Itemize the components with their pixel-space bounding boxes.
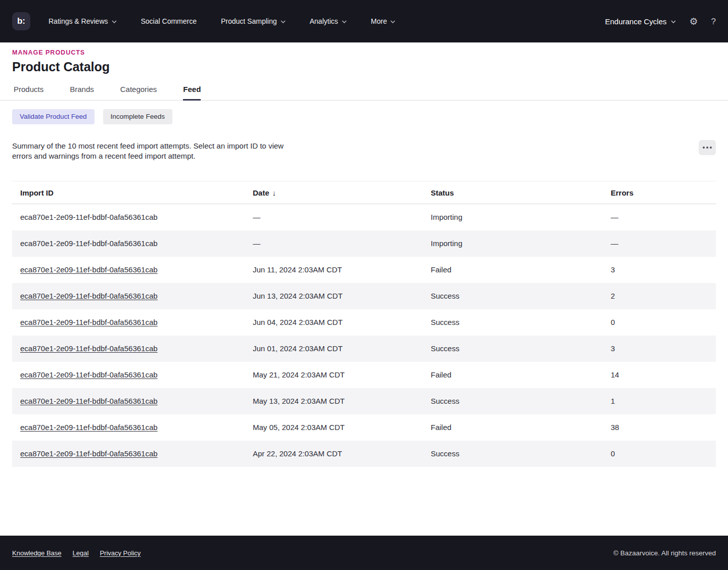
import-id-cell: eca870e1-2e09-11ef-bdbf-0afa56361cab — [12, 336, 245, 362]
page-footer: Knowledge Base Legal Privacy Policy © Ba… — [0, 536, 728, 570]
table-row: eca870e1-2e09-11ef-bdbf-0afa56361cab Jun… — [12, 257, 716, 283]
tab-categories[interactable]: Categories — [120, 85, 157, 100]
status-cell: Success — [423, 283, 603, 309]
import-id-link[interactable]: eca870e1-2e09-11ef-bdbf-0afa56361cab — [20, 397, 158, 405]
table-row: eca870e1-2e09-11ef-bdbf-0afa56361cab May… — [12, 362, 716, 388]
tab-brands[interactable]: Brands — [70, 85, 94, 100]
account-name: Endurance Cycles — [605, 17, 667, 26]
table-row: eca870e1-2e09-11ef-bdbf-0afa56361cab Jun… — [12, 283, 716, 309]
feed-imports-table: Import ID Date↓ Status Errors eca870e1-2… — [12, 181, 716, 467]
status-cell: Failed — [423, 257, 603, 283]
ellipsis-icon — [703, 147, 712, 149]
date-cell: Jun 01, 2024 2:03AM CDT — [245, 336, 423, 362]
column-header-status: Status — [423, 181, 603, 204]
column-header-date[interactable]: Date↓ — [245, 181, 423, 204]
import-id-link[interactable]: eca870e1-2e09-11ef-bdbf-0afa56361cab — [20, 449, 158, 458]
import-id-cell: eca870e1-2e09-11ef-bdbf-0afa56361cab — [12, 441, 245, 467]
tab-bar: Products Brands Categories Feed — [0, 85, 728, 101]
status-cell: Success — [423, 441, 603, 467]
table-row: eca870e1-2e09-11ef-bdbf-0afa56361cab May… — [12, 414, 716, 441]
import-id-link[interactable]: eca870e1-2e09-11ef-bdbf-0afa56361cab — [20, 344, 158, 353]
date-cell: Apr 22, 2024 2:03AM CDT — [245, 441, 423, 467]
import-id-cell: eca870e1-2e09-11ef-bdbf-0afa56361cab — [12, 414, 245, 441]
nav-item-ratings-reviews[interactable]: Ratings & Reviews — [49, 17, 117, 25]
import-id-cell: eca870e1-2e09-11ef-bdbf-0afa56361cab — [12, 204, 245, 230]
page-header: MANAGE PRODUCTS Product Catalog — [0, 42, 728, 74]
main-content: MANAGE PRODUCTS Product Catalog Products… — [0, 42, 728, 536]
errors-cell: — — [603, 230, 716, 257]
copyright-text: © Bazaarvoice. All rights reserved — [613, 549, 716, 557]
status-cell: Success — [423, 309, 603, 336]
status-cell: Importing — [423, 204, 603, 230]
errors-cell: 0 — [603, 309, 716, 336]
nav-right: Endurance Cycles ⚙ ? — [605, 17, 716, 26]
import-id-cell: eca870e1-2e09-11ef-bdbf-0afa56361cab — [12, 230, 245, 257]
tab-feed[interactable]: Feed — [183, 85, 201, 100]
chevron-down-icon — [342, 20, 347, 23]
status-cell: Importing — [423, 230, 603, 257]
more-actions-button[interactable] — [699, 140, 716, 155]
top-nav: b: Ratings & Reviews Social Commerce Pro… — [0, 0, 728, 42]
table-row: eca870e1-2e09-11ef-bdbf-0afa56361cab Jun… — [12, 309, 716, 336]
import-id-cell: eca870e1-2e09-11ef-bdbf-0afa56361cab — [12, 309, 245, 336]
help-icon[interactable]: ? — [711, 17, 716, 26]
table-row: eca870e1-2e09-11ef-bdbf-0afa56361cab May… — [12, 388, 716, 414]
import-id-cell: eca870e1-2e09-11ef-bdbf-0afa56361cab — [12, 388, 245, 414]
import-id-link[interactable]: eca870e1-2e09-11ef-bdbf-0afa56361cab — [20, 318, 158, 326]
errors-cell: 14 — [603, 362, 716, 388]
date-cell: Jun 13, 2024 2:03AM CDT — [245, 283, 423, 309]
status-cell: Success — [423, 336, 603, 362]
feed-action-buttons: Validate Product Feed Incomplete Feeds — [12, 109, 716, 124]
errors-cell: 2 — [603, 283, 716, 309]
validate-product-feed-button[interactable]: Validate Product Feed — [12, 109, 95, 124]
date-cell: May 13, 2024 2:03AM CDT — [245, 388, 423, 414]
import-id-link[interactable]: eca870e1-2e09-11ef-bdbf-0afa56361cab — [20, 265, 158, 274]
status-cell: Success — [423, 388, 603, 414]
nav-item-product-sampling[interactable]: Product Sampling — [221, 17, 286, 25]
incomplete-feeds-button[interactable]: Incomplete Feeds — [103, 109, 172, 124]
nav-item-analytics[interactable]: Analytics — [310, 17, 347, 25]
settings-gear-icon[interactable]: ⚙ — [689, 17, 698, 26]
import-id-link[interactable]: eca870e1-2e09-11ef-bdbf-0afa56361cab — [20, 370, 158, 379]
account-switcher[interactable]: Endurance Cycles — [605, 17, 676, 26]
date-cell: Jun 04, 2024 2:03AM CDT — [245, 309, 423, 336]
date-cell: May 21, 2024 2:03AM CDT — [245, 362, 423, 388]
import-id-link[interactable]: eca870e1-2e09-11ef-bdbf-0afa56361cab — [20, 423, 158, 432]
page-title: Product Catalog — [12, 60, 716, 74]
column-header-import-id: Import ID — [12, 181, 245, 204]
import-id-cell: eca870e1-2e09-11ef-bdbf-0afa56361cab — [12, 283, 245, 309]
chevron-down-icon — [671, 20, 676, 23]
column-header-errors: Errors — [603, 181, 716, 204]
errors-cell: 38 — [603, 414, 716, 441]
footer-link-legal[interactable]: Legal — [73, 549, 89, 557]
chevron-down-icon — [281, 20, 286, 23]
table-header-row: Import ID Date↓ Status Errors — [12, 181, 716, 204]
errors-cell: — — [603, 204, 716, 230]
feed-tab-content: Validate Product Feed Incomplete Feeds S… — [0, 109, 728, 467]
tab-products[interactable]: Products — [14, 85, 43, 100]
status-cell: Failed — [423, 362, 603, 388]
logo-text: b: — [17, 16, 25, 26]
errors-cell: 0 — [603, 441, 716, 467]
bazaarvoice-logo[interactable]: b: — [12, 12, 30, 30]
errors-cell: 3 — [603, 336, 716, 362]
nav-item-more[interactable]: More — [371, 17, 396, 25]
import-id-cell: eca870e1-2e09-11ef-bdbf-0afa56361cab — [12, 362, 245, 388]
primary-nav: Ratings & Reviews Social Commerce Produc… — [49, 17, 395, 25]
table-row: eca870e1-2e09-11ef-bdbf-0afa56361cab Apr… — [12, 441, 716, 467]
breadcrumb: MANAGE PRODUCTS — [12, 49, 716, 56]
footer-link-privacy-policy[interactable]: Privacy Policy — [100, 549, 141, 557]
nav-item-social-commerce[interactable]: Social Commerce — [141, 17, 197, 25]
errors-cell: 1 — [603, 388, 716, 414]
table-row: eca870e1-2e09-11ef-bdbf-0afa56361cab — I… — [12, 204, 716, 230]
import-id-link[interactable]: eca870e1-2e09-11ef-bdbf-0afa56361cab — [20, 292, 158, 300]
table-row: eca870e1-2e09-11ef-bdbf-0afa56361cab — I… — [12, 230, 716, 257]
footer-link-knowledge-base[interactable]: Knowledge Base — [12, 549, 62, 557]
summary-text: Summary of the 10 most recent feed impor… — [12, 141, 301, 162]
date-cell: — — [245, 230, 423, 257]
status-cell: Failed — [423, 414, 603, 441]
chevron-down-icon — [112, 20, 117, 23]
import-id-cell: eca870e1-2e09-11ef-bdbf-0afa56361cab — [12, 257, 245, 283]
summary-row: Summary of the 10 most recent feed impor… — [12, 141, 716, 162]
date-cell: Jun 11, 2024 2:03AM CDT — [245, 257, 423, 283]
